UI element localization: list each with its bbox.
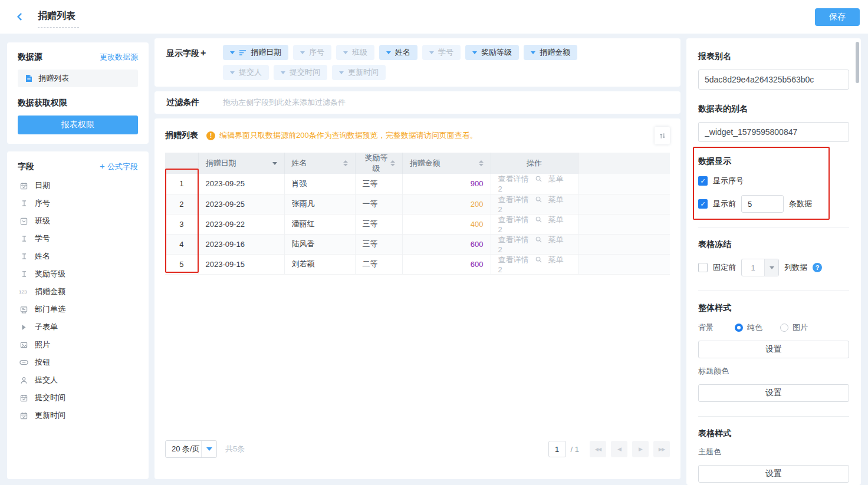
table-alias-input[interactable]	[698, 122, 849, 142]
title-color-set-button[interactable]: 设置	[698, 384, 849, 402]
bg-solid-radio[interactable]: 纯色	[735, 322, 762, 333]
display-field-chip[interactable]: 捐赠日期	[223, 45, 288, 60]
view-detail-link[interactable]: 查看详情	[498, 255, 529, 264]
display-field-chip[interactable]: 奖励等级	[465, 45, 519, 60]
search-icon[interactable]	[535, 256, 542, 263]
calendar-icon	[19, 182, 29, 190]
view-detail-link[interactable]: 查看详情	[498, 195, 529, 204]
field-item[interactable]: 子表单	[18, 318, 138, 336]
field-item[interactable]: 日期	[18, 177, 138, 194]
level-cell: 二等	[355, 254, 402, 274]
column-header[interactable]: 捐赠金额	[402, 153, 491, 174]
datasource-panel: 数据源 更改数据源 捐赠列表 数据获取权限 报表权限	[7, 42, 149, 144]
field-item[interactable]: 奖励等级	[18, 265, 138, 283]
field-item[interactable]: 序号	[18, 194, 138, 212]
search-icon[interactable]	[535, 196, 542, 203]
field-item-label: 学号	[35, 233, 50, 244]
page-number-input[interactable]	[548, 441, 566, 457]
field-item-label: 班级	[35, 216, 50, 226]
theme-color-set-button[interactable]: 设置	[698, 465, 849, 483]
field-item-label: 按钮	[35, 357, 50, 368]
field-item[interactable]: 照片	[18, 336, 138, 354]
view-detail-link[interactable]: 查看详情	[498, 174, 529, 183]
freeze-title: 表格冻结	[698, 239, 849, 250]
change-datasource-link[interactable]: 更改数据源	[100, 52, 138, 62]
field-item[interactable]: 123捐赠金额	[18, 283, 138, 301]
display-field-chip[interactable]: 班级	[336, 45, 374, 60]
search-icon[interactable]	[535, 175, 542, 183]
field-item[interactable]: 部门单选	[18, 301, 138, 318]
prev-page-button[interactable]	[611, 441, 627, 457]
top-count-input[interactable]	[741, 195, 784, 213]
add-display-field-button[interactable]	[199, 48, 206, 58]
add-formula-field-link[interactable]: 公式字段	[100, 161, 138, 172]
display-field-chip[interactable]: 捐赠金额	[524, 45, 577, 60]
chip-label: 序号	[309, 47, 324, 58]
report-permission-button[interactable]: 报表权限	[18, 116, 138, 134]
field-item[interactable]: 姓名	[18, 248, 138, 265]
sort-arrows-icon	[390, 160, 395, 166]
table-row: 22023-09-25张雨凡一等200查看详情菜单2	[165, 194, 670, 214]
row-number-cell: 5	[165, 254, 198, 274]
field-item[interactable]: 更新时间	[18, 407, 138, 424]
field-item[interactable]: 提交人	[18, 371, 138, 389]
data-display-section: 数据显示 显示序号 显示前 条数据	[698, 156, 849, 213]
show-index-checkbox[interactable]: 显示序号	[698, 176, 849, 186]
date-cell: 2023-09-25	[198, 194, 284, 214]
display-field-chip[interactable]: 更新时间	[332, 65, 386, 80]
field-item-label: 子表单	[35, 322, 58, 332]
date-cell: 2023-09-16	[198, 234, 284, 254]
scrollbar[interactable]	[856, 42, 859, 83]
report-alias-input[interactable]	[698, 70, 849, 90]
amount-cell: 200	[402, 194, 491, 214]
chip-label: 提交人	[239, 67, 262, 78]
column-header[interactable]: 捐赠日期	[198, 153, 284, 174]
next-page-button[interactable]	[632, 441, 649, 457]
sort-desc-icon	[239, 50, 246, 56]
search-icon[interactable]	[535, 216, 542, 223]
sort-arrows-icon	[479, 160, 484, 166]
display-field-chip[interactable]: 学号	[422, 45, 461, 60]
column-header[interactable]: 姓名	[284, 153, 355, 174]
column-header	[165, 153, 198, 174]
topbar: 捐赠列表 保存	[0, 0, 868, 34]
view-detail-link[interactable]: 查看详情	[498, 215, 529, 224]
last-page-button[interactable]	[653, 441, 670, 457]
radio-unchecked-icon	[780, 324, 788, 332]
name-cell: 陆风香	[284, 234, 355, 254]
chevron-down-icon	[300, 51, 305, 54]
field-item[interactable]: 提交时间	[18, 389, 138, 407]
back-button[interactable]	[13, 11, 26, 24]
field-item[interactable]: 按钮	[18, 354, 138, 371]
bg-image-radio[interactable]: 图片	[780, 322, 808, 333]
name-cell: 潘丽红	[284, 214, 355, 234]
fields-panel: 字段 公式字段 日期序号班级学号姓名奖励等级123捐赠金额部门单选子表单照片按钮…	[7, 151, 149, 479]
show-top-checkbox[interactable]: 显示前 条数据	[698, 195, 849, 213]
freeze-columns-checkbox[interactable]: 固定前 1 列数据	[698, 259, 849, 276]
calendar-icon	[19, 394, 29, 402]
display-field-chip[interactable]: 序号	[293, 45, 331, 60]
filter-dropzone[interactable]: 拖动左侧字段到此处来添加过滤条件	[223, 97, 346, 108]
view-detail-link[interactable]: 查看详情	[498, 235, 529, 244]
datasource-item[interactable]: 捐赠列表	[18, 70, 138, 87]
chip-label: 捐赠金额	[540, 47, 570, 58]
chevron-down-icon	[386, 51, 391, 54]
overall-style-title: 整体样式	[698, 303, 849, 314]
page-size-select[interactable]: 20 条/页	[165, 440, 217, 458]
freeze-count-select[interactable]: 1	[741, 259, 779, 276]
display-fields-label: 显示字段	[166, 48, 223, 59]
field-item[interactable]: 班级	[18, 212, 138, 230]
background-set-button[interactable]: 设置	[698, 341, 849, 358]
field-item[interactable]: 学号	[18, 230, 138, 248]
chip-label: 更新时间	[348, 67, 379, 78]
column-header[interactable]: 奖励等级	[355, 153, 402, 174]
display-field-chip[interactable]: 提交时间	[274, 65, 327, 80]
help-icon[interactable]	[813, 263, 822, 272]
search-icon[interactable]	[535, 236, 542, 243]
save-button[interactable]: 保存	[815, 8, 860, 26]
sort-order-button[interactable]	[655, 127, 670, 144]
table-alias-label: 数据表的别名	[698, 104, 849, 114]
first-page-button[interactable]	[590, 441, 606, 457]
display-field-chip[interactable]: 提交人	[223, 65, 269, 80]
display-field-chip[interactable]: 姓名	[379, 45, 417, 60]
